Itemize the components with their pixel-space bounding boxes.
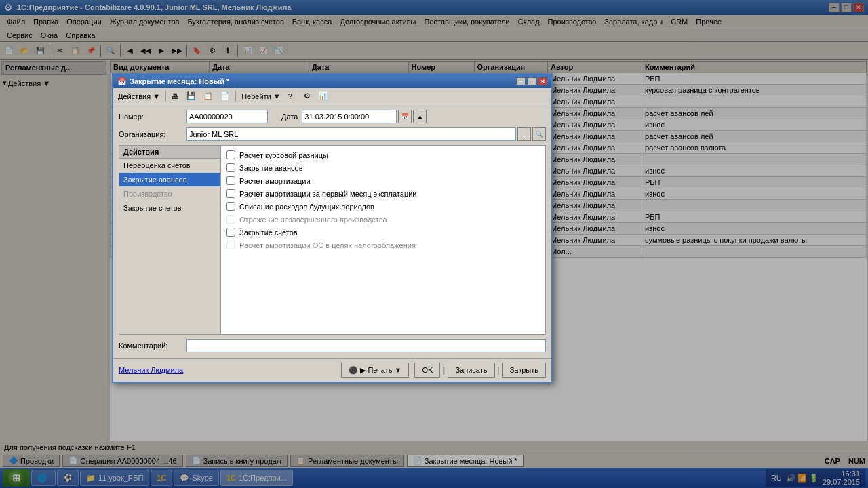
sidebar-item-advances[interactable]: Закрытие авансов [119, 173, 220, 187]
actions-sidebar: Действия Переоценка счетов Закрытие аван… [119, 146, 221, 334]
action-depreciation: Расчет амортизации [226, 174, 540, 187]
number-label: Номер: [119, 113, 186, 121]
modal-new-icon-btn[interactable]: 📄 [217, 89, 233, 103]
action-future-expenses-label: Списание расходов будущих периодов [239, 203, 374, 211]
checkbox-future-expenses[interactable] [226, 202, 235, 211]
modal-help-icon: ? [288, 92, 292, 100]
date-time-btn[interactable]: ▲ [413, 110, 427, 123]
action-depreciation-first: Расчет амортизации за первый месяц экспл… [226, 187, 540, 200]
modal-extra-btn[interactable]: 📊 [315, 89, 331, 103]
sidebar-item-closing[interactable]: Закрытие счетов [119, 201, 220, 216]
action-close-accounts: Закрытие счетов [226, 226, 540, 239]
close-modal-btn[interactable]: Закрыть [502, 363, 546, 378]
sidebar-item-production[interactable]: Производство [119, 187, 220, 201]
date-label: Дата [281, 113, 298, 121]
action-close-accounts-label: Закрытие счетов [239, 228, 298, 237]
modal-toolbar-sep-1 [165, 91, 166, 102]
checkbox-advance-close[interactable] [226, 163, 235, 172]
checkbox-close-accounts[interactable] [226, 228, 235, 237]
modal-close-btn[interactable]: ✕ [538, 77, 547, 85]
footer-user[interactable]: Мельник Людмила [119, 366, 183, 374]
checkbox-depreciation[interactable] [226, 176, 235, 185]
modal-content: Номер: Дата 📅 ▲ Организация: ... 🔍 Дейст… [113, 104, 551, 358]
comment-label: Комментарий: [119, 342, 186, 350]
number-date-row: Номер: Дата 📅 ▲ [119, 110, 546, 123]
action-tax-depreciation-label: Расчет амортизации ОС в целях налогообла… [239, 241, 416, 249]
modal-icon: 📅 [117, 77, 127, 86]
org-input[interactable] [186, 127, 516, 141]
action-advance-close: Закрытие авансов [226, 161, 540, 174]
footer-sep-3: | [498, 365, 500, 375]
save-btn[interactable]: Записать [448, 363, 494, 378]
date-calendar-btn[interactable]: 📅 [398, 110, 412, 123]
comment-input[interactable] [186, 339, 546, 352]
footer-sep-2: | [443, 365, 445, 375]
close-modal-label: Закрыть [510, 366, 538, 374]
print-label: ▶ Печать ▼ [360, 366, 401, 375]
modal-toolbar-sep-2 [235, 91, 236, 102]
action-exchange-rate: Расчет курсовой разницы [226, 148, 540, 161]
org-row: Организация: ... 🔍 [119, 127, 546, 141]
save-label: Записать [455, 366, 487, 374]
modal-window: 📅 Закрытие месяца: Новый * ─ □ ✕ Действи… [112, 73, 553, 383]
modal-actions-btn[interactable]: Действия ▼ [115, 89, 163, 103]
action-exchange-rate-label: Расчет курсовой разницы [239, 151, 328, 159]
actions-sidebar-header: Действия [119, 146, 220, 159]
sidebar-item-revaluation[interactable]: Переоценка счетов [119, 159, 220, 173]
checkbox-wip [226, 215, 235, 224]
checkbox-tax-depreciation [226, 241, 235, 249]
org-browse-btn[interactable]: ... [517, 127, 531, 141]
modal-overlay: 📅 Закрытие месяца: Новый * ─ □ ✕ Действи… [0, 0, 868, 488]
modal-goto-btn[interactable]: Перейти ▼ [238, 89, 284, 103]
modal-toolbar: Действия ▼ 🖶 💾 📋 📄 Перейти ▼ ? ⚙ 📊 [113, 88, 551, 104]
modal-copy-icon-btn[interactable]: 📋 [200, 89, 216, 103]
checkbox-depreciation-first[interactable] [226, 189, 235, 198]
modal-goto-label: Перейти ▼ [241, 92, 281, 100]
number-input[interactable] [186, 110, 268, 123]
comment-row: Комментарий: [119, 339, 546, 352]
print-icon: ⚫ [349, 366, 358, 375]
modal-help-btn[interactable]: ? [285, 89, 296, 103]
print-btn[interactable]: ⚫ ▶ Печать ▼ [341, 363, 409, 378]
checkbox-exchange-rate[interactable] [226, 150, 235, 159]
action-depreciation-label: Расчет амортизации [239, 177, 311, 185]
action-future-expenses: Списание расходов будущих периодов [226, 200, 540, 213]
modal-title-controls: ─ □ ✕ [516, 77, 547, 85]
footer-buttons: ⚫ ▶ Печать ▼ OK | Записать | Закрыть [341, 363, 546, 378]
org-search-btn[interactable]: 🔍 [532, 127, 546, 141]
modal-actions-label: Действия ▼ [118, 92, 160, 100]
modal-footer: Мельник Людмила ⚫ ▶ Печать ▼ OK | Записа… [113, 358, 551, 382]
modal-print-icon-btn[interactable]: 🖶 [168, 89, 182, 103]
action-tax-depreciation: Расчет амортизации ОС в целях налогообла… [226, 239, 540, 251]
modal-title-bar: 📅 Закрытие месяца: Новый * ─ □ ✕ [113, 75, 551, 88]
action-depreciation-first-label: Расчет амортизации за первый месяц экспл… [239, 190, 416, 198]
modal-minimize-btn[interactable]: ─ [516, 77, 526, 85]
date-input[interactable] [302, 110, 397, 123]
org-label: Организация: [119, 130, 186, 138]
modal-title: Закрытие месяца: Новый * [130, 77, 229, 85]
modal-settings-icon-btn[interactable]: ⚙ [300, 89, 314, 103]
actions-list: Расчет курсовой разницы Закрытие авансов… [221, 146, 545, 334]
action-wip: Отражение незавершенного производства [226, 213, 540, 226]
ok-label: OK [422, 366, 433, 374]
modal-maximize-btn[interactable]: □ [527, 77, 536, 85]
modal-toolbar-sep-3 [298, 91, 298, 102]
action-wip-label: Отражение незавершенного производства [239, 216, 387, 224]
action-advance-close-label: Закрытие авансов [239, 164, 303, 172]
modal-save-icon-btn[interactable]: 💾 [183, 89, 199, 103]
ok-btn[interactable]: OK [414, 363, 440, 378]
actions-container: Действия Переоценка счетов Закрытие аван… [119, 145, 546, 335]
